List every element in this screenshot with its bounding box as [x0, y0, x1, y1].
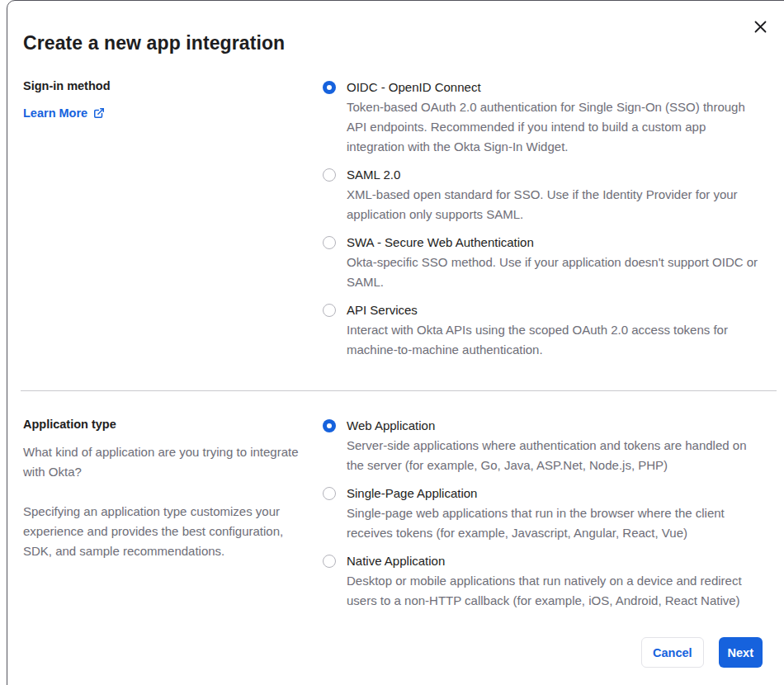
radio-option-text: Native Application Desktop or mobile app…: [347, 551, 763, 611]
close-x-glyph: [754, 21, 767, 33]
radio-button-icon[interactable]: [323, 304, 336, 317]
learn-more-link[interactable]: Learn More: [23, 106, 105, 120]
radio-option-description: XML-based open standard for SSO. Use if …: [347, 185, 763, 224]
radio-option-label: Single-Page Application: [347, 484, 763, 503]
radio-option-label: SWA - Secure Web Authentication: [347, 233, 763, 253]
radio-button-icon[interactable]: [323, 236, 336, 249]
radio-button-icon[interactable]: [323, 487, 336, 500]
radio-option-text: OIDC - OpenID Connect Token-based OAuth …: [347, 78, 763, 157]
section-divider: [21, 390, 777, 391]
radio-button-icon[interactable]: [323, 419, 336, 432]
radio-option-text: Single-Page Application Single-page web …: [347, 484, 763, 543]
radio-option-label: OIDC - OpenID Connect: [347, 78, 763, 97]
cancel-button[interactable]: Cancel: [641, 637, 704, 668]
radio-button-icon[interactable]: [323, 168, 336, 182]
radio-option[interactable]: SAML 2.0 XML-based open standard for SSO…: [323, 165, 763, 224]
radio-option-description: Token-based OAuth 2.0 authentication for…: [347, 97, 763, 157]
close-icon[interactable]: [748, 14, 772, 39]
radio-option-description: Server-side applications where authentic…: [347, 436, 763, 475]
application-type-left-column: Application type What kind of applicatio…: [23, 416, 304, 611]
application-type-description-2: Specifying an application type customize…: [23, 502, 304, 561]
learn-more-label: Learn More: [23, 106, 87, 120]
radio-option[interactable]: Single-Page Application Single-page web …: [323, 484, 763, 543]
signin-method-section: Sign-in method Learn More OIDC - OpenID …: [23, 78, 784, 360]
page-title: Create a new app integration: [23, 31, 784, 54]
radio-option-description: Single-page web applications that run in…: [347, 503, 763, 543]
radio-option-label: Web Application: [347, 416, 763, 436]
signin-method-options: OIDC - OpenID Connect Token-based OAuth …: [323, 78, 763, 360]
radio-option-text: SAML 2.0 XML-based open standard for SSO…: [347, 165, 763, 224]
application-type-options: Web Application Server-side applications…: [323, 416, 763, 611]
radio-option-text: API Services Interact with Okta APIs usi…: [347, 300, 763, 360]
signin-method-left-column: Sign-in method Learn More: [23, 78, 304, 360]
radio-option[interactable]: OIDC - OpenID Connect Token-based OAuth …: [323, 78, 763, 157]
external-link-icon: [93, 107, 105, 119]
radio-option-text: SWA - Secure Web Authentication Okta-spe…: [347, 233, 763, 292]
radio-option-text: Web Application Server-side applications…: [347, 416, 763, 475]
application-type-heading: Application type: [23, 416, 304, 432]
radio-option-description: Interact with Okta APIs using the scoped…: [347, 320, 763, 360]
create-app-integration-modal: Create a new app integration Sign-in met…: [7, 0, 784, 685]
signin-method-heading: Sign-in method: [23, 78, 304, 94]
radio-button-icon[interactable]: [323, 81, 336, 94]
application-type-description-1: What kind of application are you trying …: [23, 442, 304, 482]
radio-option-label: Native Application: [347, 551, 763, 571]
application-type-section: Application type What kind of applicatio…: [23, 416, 784, 611]
radio-option-label: API Services: [347, 300, 763, 320]
radio-option-description: Desktop or mobile applications that run …: [347, 571, 763, 611]
radio-option[interactable]: SWA - Secure Web Authentication Okta-spe…: [323, 233, 763, 292]
radio-option[interactable]: Web Application Server-side applications…: [323, 416, 763, 475]
radio-button-icon[interactable]: [323, 555, 336, 568]
radio-option-label: SAML 2.0: [347, 165, 763, 185]
next-button[interactable]: Next: [719, 637, 763, 668]
radio-option[interactable]: Native Application Desktop or mobile app…: [323, 551, 763, 611]
radio-option[interactable]: API Services Interact with Okta APIs usi…: [323, 300, 763, 360]
modal-footer: Cancel Next: [23, 637, 763, 668]
radio-option-description: Okta-specific SSO method. Use if your ap…: [347, 253, 763, 292]
